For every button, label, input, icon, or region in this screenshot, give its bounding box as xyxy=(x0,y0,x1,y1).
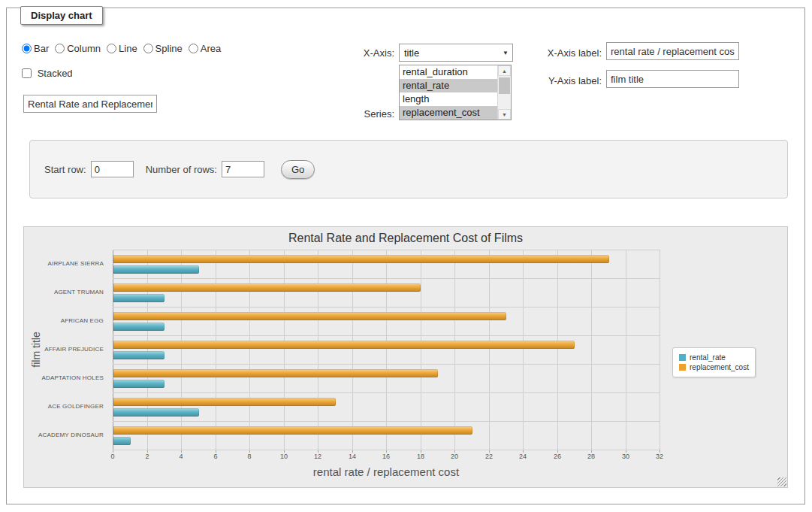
bar-rental_rate xyxy=(113,437,131,445)
category-label: ADAPTATION HOLES xyxy=(24,364,104,392)
horizontal-gridline xyxy=(113,392,660,393)
series-option-length[interactable]: length xyxy=(400,92,498,106)
stacked-checkbox[interactable] xyxy=(22,68,32,78)
x-tick-label: 14 xyxy=(349,453,356,460)
resize-grip-icon[interactable] xyxy=(777,477,786,486)
horizontal-gridline xyxy=(113,364,660,365)
stacked-checkbox-row[interactable]: Stacked xyxy=(22,68,73,79)
series-multiselect[interactable]: rental_durationrental_ratelengthreplacem… xyxy=(399,65,512,120)
x-tick-label: 28 xyxy=(587,453,595,460)
bar-replacement_cost xyxy=(113,426,472,435)
x-tick-label: 20 xyxy=(451,453,458,460)
bar-replacement_cost xyxy=(113,312,506,320)
y-axis-label-field-label: Y-Axis label: xyxy=(542,75,602,86)
x-axis-label-input[interactable] xyxy=(606,42,739,60)
vertical-gridline xyxy=(249,250,250,450)
chart-type-radio-area[interactable] xyxy=(189,44,198,53)
chart-panel: Rental Rate and Replacement Cost of Film… xyxy=(23,226,788,488)
category-label: ACE GOLDFINGER xyxy=(24,392,104,421)
x-axis-select[interactable]: title ▼ xyxy=(399,44,513,62)
bar-replacement_cost xyxy=(113,341,575,349)
chart-type-label: Area xyxy=(201,43,221,54)
chart-type-label: Column xyxy=(67,43,101,54)
vertical-gridline xyxy=(626,250,626,450)
legend-swatch-icon xyxy=(679,354,686,361)
number-of-rows-label: Number of rows: xyxy=(146,164,217,175)
chart-title-input[interactable] xyxy=(23,95,157,113)
x-tick-label: 4 xyxy=(179,453,183,460)
series-option-rental_duration[interactable]: rental_duration xyxy=(400,65,498,79)
x-tick-label: 0 xyxy=(110,453,114,460)
chart-type-option-bar[interactable]: Bar xyxy=(22,43,49,54)
x-tick-label: 30 xyxy=(622,453,629,460)
y-axis-label-input[interactable] xyxy=(606,70,739,88)
fieldset-legend: Display chart xyxy=(20,6,103,25)
horizontal-gridline xyxy=(113,278,660,279)
chart-type-radio-bar[interactable] xyxy=(22,44,32,53)
vertical-gridline xyxy=(318,250,318,450)
chart-legend: rental_ratereplacement_cost xyxy=(672,347,756,377)
x-axis-tick-labels: 02468101214161820222426283032 xyxy=(113,453,660,462)
display-chart-fieldset: Display chart BarColumnLineSplineArea St… xyxy=(6,8,805,504)
x-tick-label: 22 xyxy=(485,453,493,460)
chart-type-radio-column[interactable] xyxy=(55,44,65,53)
go-button[interactable]: Go xyxy=(281,160,315,179)
vertical-gridline xyxy=(284,250,285,450)
chart-type-radio-group: BarColumnLineSplineArea xyxy=(22,43,227,54)
bar-rental_rate xyxy=(113,351,165,359)
legend-label: replacement_cost xyxy=(690,363,749,371)
legend-label: rental_rate xyxy=(690,353,726,362)
vertical-gridline xyxy=(113,250,113,450)
bar-rental_rate xyxy=(113,408,199,417)
horizontal-gridline xyxy=(113,421,660,422)
chart-type-option-spline[interactable]: Spline xyxy=(143,43,183,54)
legend-item-rental_rate[interactable]: rental_rate xyxy=(679,353,749,362)
category-label: AFRICAN EGG xyxy=(24,307,104,335)
vertical-gridline xyxy=(181,250,182,450)
legend-item-replacement_cost[interactable]: replacement_cost xyxy=(679,363,749,371)
bar-replacement_cost xyxy=(113,369,438,377)
vertical-gridline xyxy=(216,250,216,450)
series-option-replacement_cost[interactable]: replacement_cost xyxy=(400,106,498,120)
vertical-gridline xyxy=(489,250,490,450)
x-tick-label: 12 xyxy=(314,453,321,460)
vertical-gridline xyxy=(421,250,421,450)
page: Display chart BarColumnLineSplineArea St… xyxy=(0,0,812,512)
number-of-rows-input[interactable] xyxy=(222,161,264,177)
bar-rental_rate xyxy=(113,294,165,302)
x-tick-label: 32 xyxy=(656,453,663,460)
vertical-gridline xyxy=(660,250,660,450)
chart-type-option-line[interactable]: Line xyxy=(107,43,137,54)
x-tick-label: 8 xyxy=(247,453,251,460)
vertical-gridline xyxy=(523,250,524,450)
bar-replacement_cost xyxy=(113,255,609,263)
chart-type-option-column[interactable]: Column xyxy=(55,43,101,54)
vertical-gridline xyxy=(386,250,387,450)
vertical-gridline xyxy=(557,250,558,450)
scroll-down-icon[interactable]: ▼ xyxy=(498,109,511,120)
category-label: ACADEMY DINOSAUR xyxy=(24,421,104,450)
start-row-input[interactable] xyxy=(91,161,134,177)
chart-type-option-area[interactable]: Area xyxy=(189,43,221,54)
chart-type-radio-line[interactable] xyxy=(107,44,116,53)
x-axis-selected-value: title xyxy=(404,47,419,59)
scroll-up-icon[interactable]: ▲ xyxy=(498,65,511,76)
scrollbar-thumb[interactable] xyxy=(499,77,510,94)
vertical-gridline xyxy=(454,250,455,450)
series-option-rental_rate[interactable]: rental_rate xyxy=(400,79,498,92)
chart-type-radio-spline[interactable] xyxy=(143,44,153,53)
bar-replacement_cost xyxy=(113,398,336,406)
bar-replacement_cost xyxy=(113,283,421,292)
vertical-gridline xyxy=(591,250,592,450)
x-tick-label: 10 xyxy=(280,453,288,460)
category-label: AFFAIR PREJUDICE xyxy=(24,335,104,364)
series-select-label: Series: xyxy=(337,108,394,120)
x-tick-label: 18 xyxy=(417,453,424,460)
rows-panel: Start row: Number of rows: Go xyxy=(29,140,788,198)
chart-type-label: Bar xyxy=(34,43,49,54)
scrollbar[interactable]: ▲ ▼ xyxy=(497,65,511,120)
y-axis-category-labels: AIRPLANE SIERRAAGENT TRUMANAFRICAN EGGAF… xyxy=(24,250,108,450)
chart-title: Rental Rate and Replacement Cost of Film… xyxy=(24,232,787,245)
bar-rental_rate xyxy=(113,323,165,331)
legend-swatch-icon xyxy=(679,364,686,371)
